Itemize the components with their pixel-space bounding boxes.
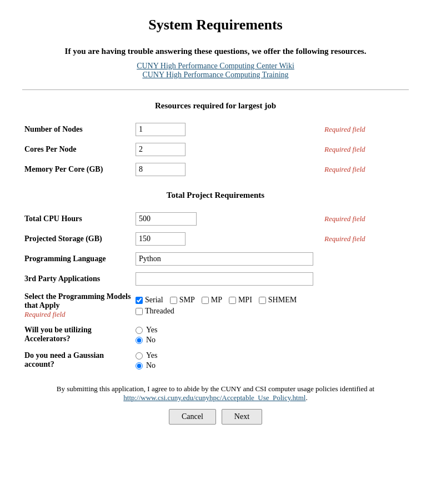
smp-checkbox-label[interactable]: SMP [170,296,195,305]
projected-storage-input[interactable] [136,232,186,246]
shmem-checkbox[interactable] [259,297,266,304]
buttons-row: Cancel Next [22,409,409,425]
smp-checkbox[interactable] [170,297,177,304]
next-button[interactable]: Next [222,409,262,425]
prog-models-label: Select the Programming Models that Apply [24,292,131,310]
third-party-row: 3rd Party Applications [22,269,409,289]
gaussian-yes-radio[interactable] [136,352,143,360]
memory-per-core-required: Required field [322,159,409,179]
wiki-link[interactable]: CUNY High Performance Computing Center W… [22,62,409,71]
third-party-label: 3rd Party Applications [24,275,100,283]
accelerators-yes-text: Yes [146,326,157,335]
gaussian-row: Do you need a Gaussian account? Yes No [22,348,409,373]
projected-storage-row: Projected Storage (GB) Required field [22,229,409,249]
accelerators-yes-label[interactable]: Yes [136,326,407,335]
cores-per-node-required: Required field [322,139,409,159]
programming-language-row: Programming Language [22,249,409,269]
section-divider [22,89,409,90]
project-requirements-table: Total CPU Hours Required field Projected… [22,209,409,373]
total-cpu-hours-required: Required field [322,209,409,229]
programming-language-input[interactable] [136,252,313,266]
mpi-checkbox-label[interactable]: MPI [229,296,252,305]
number-of-nodes-row: Number of Nodes Required field [22,119,409,139]
resources-table: Number of Nodes Required field Cores Per… [22,119,409,179]
threaded-checkbox-label[interactable]: Threaded [136,307,407,316]
memory-per-core-input[interactable] [136,163,186,176]
gaussian-yes-label[interactable]: Yes [136,351,407,360]
gaussian-no-text: No [146,361,156,370]
shmem-checkbox-label[interactable]: SHMEM [259,296,297,305]
accelerators-row: Will you be utilizing Accelerators? Yes … [22,322,409,348]
projected-storage-required: Required field [322,229,409,249]
accelerators-label: Will you be utilizing Accelerators? [24,326,92,343]
memory-per-core-label: Memory Per Core (GB) [24,165,103,173]
mp-checkbox[interactable] [202,297,209,304]
resource-links: CUNY High Performance Computing Center W… [22,62,409,79]
gaussian-no-radio[interactable] [136,362,143,370]
number-of-nodes-required: Required field [322,119,409,139]
accelerators-yes-radio[interactable] [136,327,143,334]
projected-storage-label: Projected Storage (GB) [24,234,102,243]
accelerators-radio-group: Yes No [136,326,407,345]
memory-per-core-row: Memory Per Core (GB) Required field [22,159,409,179]
prog-models-row: Select the Programming Models that Apply… [22,289,409,322]
cores-per-node-label: Cores Per Node [24,145,77,153]
section2-title: Total Project Requirements [22,191,409,200]
cancel-button[interactable]: Cancel [169,409,216,425]
shmem-label: SHMEM [268,296,297,305]
serial-label: Serial [145,296,163,305]
accelerators-no-text: No [146,336,156,345]
gaussian-no-label[interactable]: No [136,361,407,370]
accelerators-no-label[interactable]: No [136,336,407,345]
smp-label: SMP [179,296,195,305]
threaded-checkbox[interactable] [136,308,143,315]
policy-link[interactable]: http://www.csi.cuny.edu/cunyhpc/Acceptab… [123,393,305,402]
prog-models-checkboxes: Serial SMP MP MPI [136,296,407,305]
mpi-label: MPI [238,296,252,305]
policy-text: By submitting this application, I agree … [22,385,409,402]
threaded-label: Threaded [145,307,174,316]
policy-period: . [305,393,307,402]
gaussian-radio-group: Yes No [136,351,407,370]
mpi-checkbox[interactable] [229,297,236,304]
cores-per-node-input[interactable] [136,143,186,156]
serial-checkbox[interactable] [136,297,143,304]
number-of-nodes-input[interactable] [136,123,186,136]
help-text: If you are having trouble answering thes… [22,47,409,56]
cores-per-node-row: Cores Per Node Required field [22,139,409,159]
number-of-nodes-label: Number of Nodes [24,125,83,133]
mp-checkbox-label[interactable]: MP [202,296,222,305]
training-link[interactable]: CUNY High Performance Computing Training [22,71,409,79]
serial-checkbox-label[interactable]: Serial [136,296,163,305]
prog-models-required-label: Required field [24,310,66,318]
mp-label: MP [211,296,222,305]
third-party-input[interactable] [136,272,313,286]
gaussian-label: Do you need a Gaussian account? [24,351,104,368]
page-title: System Requirements [22,17,409,33]
programming-language-label: Programming Language [24,255,106,263]
section1-title: Resources required for largest job [22,101,409,111]
gaussian-yes-text: Yes [146,351,157,360]
total-cpu-hours-row: Total CPU Hours Required field [22,209,409,229]
total-cpu-hours-label: Total CPU Hours [24,214,82,223]
accelerators-no-radio[interactable] [136,337,143,344]
total-cpu-hours-input[interactable] [136,212,197,226]
